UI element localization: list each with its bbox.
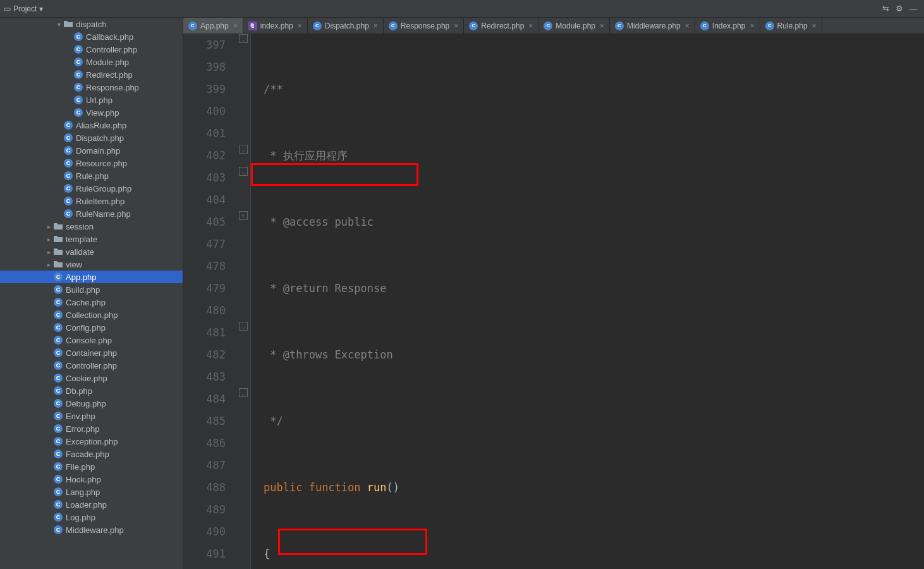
tree-file[interactable]: CDebug.php: [0, 397, 183, 410]
tree-file[interactable]: CApp.php: [0, 271, 183, 283]
settings-gear-icon[interactable]: ⚙: [892, 2, 906, 16]
tab-label: Dispatch.php: [325, 21, 369, 30]
tree-file[interactable]: CConsole.php: [0, 334, 183, 346]
tree-folder[interactable]: ▾dispatch: [0, 18, 183, 30]
close-tab-icon[interactable]: ×: [454, 21, 458, 30]
tree-file[interactable]: CController.php: [0, 43, 183, 56]
tree-file[interactable]: CFile.php: [0, 460, 183, 473]
tree-file[interactable]: CLoader.php: [0, 498, 183, 511]
tree-file[interactable]: CEnv.php: [0, 410, 183, 422]
tree-file[interactable]: CCookie.php: [0, 372, 183, 384]
tree-item-label: Build.php: [66, 285, 100, 295]
editor-tab[interactable]: CRule.php×: [760, 18, 822, 34]
editor-tab[interactable]: CApp.php×: [183, 18, 243, 34]
project-tree[interactable]: ▾dispatchCCallback.phpCController.phpCMo…: [0, 18, 183, 569]
close-tab-icon[interactable]: ×: [233, 21, 238, 30]
close-tab-icon[interactable]: ×: [528, 21, 533, 30]
tree-file[interactable]: CLang.php: [0, 486, 183, 498]
expand-arrow-icon[interactable]: ▸: [44, 248, 53, 255]
tree-folder[interactable]: ▸validate: [0, 245, 183, 258]
editor-tab[interactable]: CRedirect.php×: [464, 18, 538, 34]
folder-icon: [53, 259, 63, 269]
expand-arrow-icon[interactable]: ▸: [44, 223, 53, 230]
tree-file[interactable]: CResponse.php: [0, 81, 183, 94]
tree-file[interactable]: CBuild.php: [0, 283, 183, 296]
tree-item-label: Response.php: [86, 83, 139, 92]
editor-tabs: CApp.php×⎘index.php×CDispatch.php×CRespo…: [183, 18, 924, 34]
fold-expand-icon[interactable]: +: [239, 211, 248, 220]
tree-file[interactable]: CController.php: [0, 359, 183, 372]
tree-file[interactable]: CRule.php: [0, 169, 183, 182]
tree-file[interactable]: CModule.php: [0, 56, 183, 68]
tree-file[interactable]: CRedirect.php: [0, 68, 183, 81]
line-number: 405: [183, 211, 226, 233]
php-class-icon: C: [53, 386, 63, 396]
tree-file[interactable]: CDispatch.php: [0, 132, 183, 144]
editor-tab[interactable]: CDispatch.php×: [308, 18, 384, 34]
tree-folder[interactable]: ▸template: [0, 233, 183, 245]
editor-tab[interactable]: CResponse.php×: [384, 18, 464, 34]
fold-collapse-icon[interactable]: ⌄: [239, 34, 248, 43]
editor-tab[interactable]: CMiddleware.php×: [610, 18, 695, 34]
tree-file[interactable]: CContainer.php: [0, 346, 183, 359]
tree-file[interactable]: CLog.php: [0, 511, 183, 523]
tree-file[interactable]: CError.php: [0, 422, 183, 435]
folder-icon: [53, 221, 63, 231]
close-tab-icon[interactable]: ×: [298, 21, 302, 30]
tree-item-label: Loader.php: [66, 500, 107, 510]
fold-strip[interactable]: ⌄⌄⌄+⌄⌄: [237, 34, 251, 569]
tree-file[interactable]: CDb.php: [0, 384, 183, 397]
php-class-icon: C: [615, 21, 624, 30]
tree-file[interactable]: CUrl.php: [0, 94, 183, 106]
tree-file[interactable]: CDomain.php: [0, 144, 183, 157]
tree-file[interactable]: CRuleGroup.php: [0, 182, 183, 195]
fold-collapse-icon[interactable]: ⌄: [239, 167, 248, 176]
expand-arrow-icon[interactable]: ▸: [44, 236, 53, 243]
tree-file[interactable]: CRuleName.php: [0, 207, 183, 220]
line-number: 397: [183, 34, 226, 56]
tree-file[interactable]: CResource.php: [0, 157, 183, 169]
fold-collapse-icon[interactable]: ⌄: [239, 145, 248, 154]
close-tab-icon[interactable]: ×: [812, 21, 817, 30]
tree-file[interactable]: CHook.php: [0, 473, 183, 486]
tree-file[interactable]: CCollection.php: [0, 309, 183, 321]
tree-file[interactable]: CCache.php: [0, 296, 183, 309]
close-tab-icon[interactable]: ×: [685, 21, 690, 30]
doc-comment: * 执行应用程序: [264, 145, 348, 167]
close-tab-icon[interactable]: ×: [600, 21, 604, 30]
code-editor[interactable]: 3973983994004014024034044054774784794804…: [183, 34, 924, 569]
tree-file[interactable]: CConfig.php: [0, 321, 183, 334]
tree-file[interactable]: CRuleItem.php: [0, 195, 183, 207]
tree-folder[interactable]: ▸session: [0, 220, 183, 233]
line-number: 400: [183, 101, 226, 123]
tree-item-label: Env.php: [66, 412, 95, 421]
tree-file[interactable]: CAliasRule.php: [0, 119, 183, 132]
editor-tab[interactable]: ⎘index.php×: [243, 18, 308, 34]
editor-tab[interactable]: CIndex.php×: [695, 18, 760, 34]
line-number: 483: [183, 366, 226, 388]
close-tab-icon[interactable]: ×: [750, 21, 755, 30]
line-number: 485: [183, 410, 226, 432]
editor-tab[interactable]: CModule.php×: [538, 18, 610, 34]
close-tab-icon[interactable]: ×: [374, 21, 378, 30]
tree-item-label: RuleGroup.php: [76, 184, 131, 193]
line-number: 487: [183, 455, 226, 477]
project-dropdown[interactable]: ▭ Project ▾: [4, 4, 43, 13]
php-class-icon: C: [73, 32, 83, 42]
expand-arrow-icon[interactable]: ▾: [54, 21, 63, 28]
expand-arrow-icon[interactable]: ▸: [44, 261, 53, 268]
tree-file[interactable]: CFacade.php: [0, 448, 183, 460]
tree-folder[interactable]: ▸view: [0, 258, 183, 271]
tree-file[interactable]: CView.php: [0, 106, 183, 119]
fold-collapse-icon[interactable]: ⌄: [239, 322, 248, 331]
fold-collapse-icon[interactable]: ⌄: [239, 388, 248, 397]
php-class-icon: C: [63, 158, 73, 168]
tree-file[interactable]: CException.php: [0, 435, 183, 448]
tree-file[interactable]: CCallback.php: [0, 30, 183, 43]
tree-file[interactable]: CMiddleware.php: [0, 523, 183, 536]
kw-function: function: [309, 477, 361, 499]
scroll-from-source-icon[interactable]: ⇆: [878, 2, 892, 16]
hide-panel-icon[interactable]: —: [906, 2, 920, 16]
php-class-icon: C: [53, 411, 63, 421]
code-content[interactable]: /** * 执行应用程序 * @access public * @return …: [251, 34, 924, 569]
